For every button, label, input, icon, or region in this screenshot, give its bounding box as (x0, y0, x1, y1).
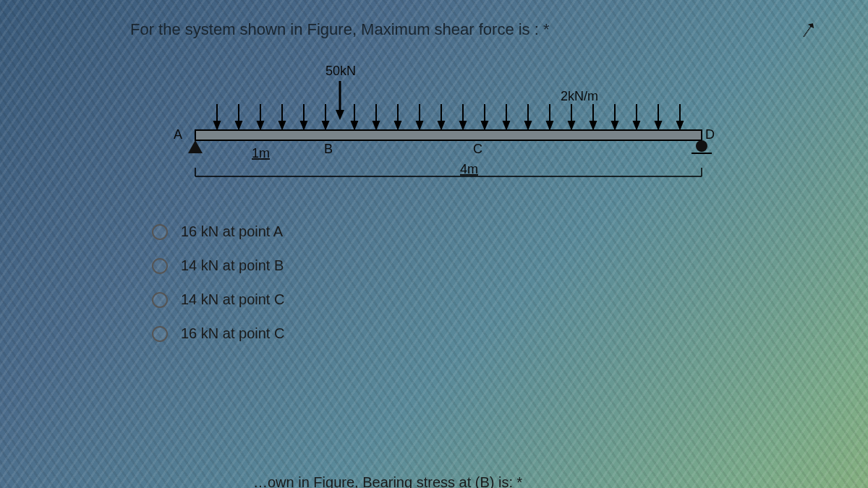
svg-marker-25 (460, 121, 466, 129)
svg-marker-3 (214, 121, 220, 129)
label-c: C (473, 142, 482, 156)
dim-bd: 4m (460, 162, 478, 176)
svg-marker-11 (301, 121, 307, 129)
support-pin (188, 140, 203, 153)
svg-marker-35 (569, 121, 574, 129)
radio-icon (152, 292, 168, 308)
svg-marker-19 (395, 121, 401, 129)
label-a: A (174, 127, 182, 142)
svg-marker-33 (547, 121, 553, 129)
svg-marker-43 (655, 121, 661, 129)
svg-marker-37 (590, 121, 596, 129)
label-d: D (705, 127, 715, 142)
option-a[interactable]: 16 kN at point A (152, 223, 817, 240)
svg-marker-17 (373, 121, 379, 129)
option-label: 14 kN at point B (181, 257, 284, 274)
udl-label: 2kN/m (561, 89, 598, 103)
label-b: B (324, 142, 333, 156)
svg-marker-21 (417, 121, 422, 129)
option-b[interactable]: 14 kN at point B (152, 257, 817, 274)
radio-icon (152, 326, 168, 342)
svg-marker-7 (258, 121, 263, 129)
next-question-fragment: …own in Figure, Bearing stress at (B) is… (253, 474, 522, 488)
svg-marker-5 (236, 121, 242, 129)
option-d[interactable]: 16 kN at point C (152, 325, 817, 342)
radio-icon (152, 258, 168, 274)
svg-marker-41 (634, 121, 639, 129)
dim-ab: 1m (252, 146, 270, 160)
svg-marker-39 (612, 121, 618, 129)
svg-marker-29 (503, 121, 509, 129)
svg-marker-9 (279, 121, 285, 129)
point-load-label: 50kN (326, 64, 356, 78)
option-c[interactable]: 14 kN at point C (152, 291, 817, 308)
svg-marker-13 (323, 121, 328, 129)
beam (195, 130, 702, 140)
udl-arrows (214, 104, 683, 129)
options-group: 16 kN at point A 14 kN at point B 14 kN … (152, 223, 817, 342)
svg-marker-31 (525, 121, 531, 129)
svg-marker-23 (438, 121, 444, 129)
option-label: 14 kN at point C (181, 291, 284, 308)
svg-marker-45 (677, 121, 683, 129)
option-label: 16 kN at point C (181, 325, 284, 342)
support-roller (696, 140, 707, 152)
svg-marker-15 (352, 121, 357, 129)
cursor-icon: ⭧ (797, 17, 820, 43)
svg-marker-1 (336, 110, 344, 120)
svg-marker-27 (482, 121, 488, 129)
question-title: For the system shown in Figure, Maximum … (130, 20, 817, 39)
radio-icon (152, 224, 168, 240)
beam-figure: 50kN 2kN/m (166, 61, 716, 205)
option-label: 16 kN at point A (181, 223, 283, 240)
